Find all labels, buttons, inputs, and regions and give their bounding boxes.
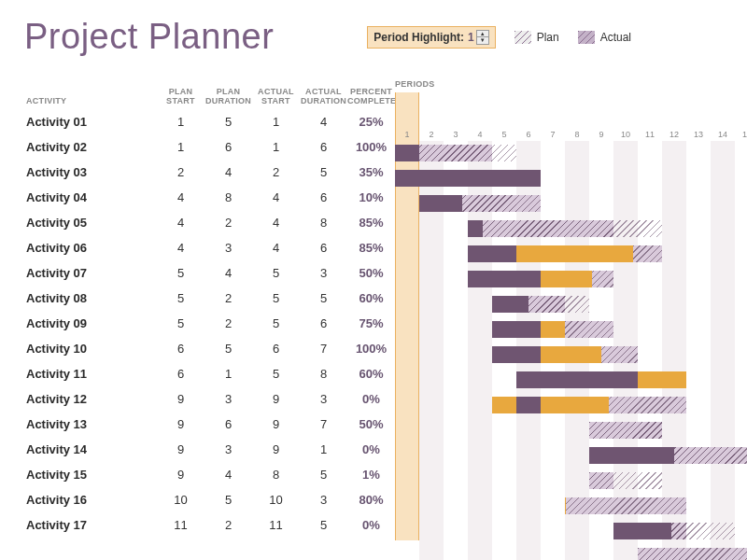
cell-plan-start: 9 [157,442,204,456]
table-row[interactable]: Activity 171121150% [24,512,395,538]
gantt-row [395,166,747,191]
bar-complete-plan [492,346,516,363]
cell-activity: Activity 17 [24,518,157,532]
cell-percent: 50% [347,417,395,431]
gantt-row [395,393,747,418]
period-tick: 2 [419,130,444,139]
cell-actual-start: 5 [252,266,300,280]
spinner-up-icon[interactable]: ▲ [477,31,488,37]
table-row[interactable]: Activity 106567100% [24,336,395,361]
cell-plan-start: 4 [157,216,204,230]
table-row[interactable]: Activity 1610510380% [24,487,395,512]
cell-plan-start: 5 [157,316,204,330]
legend-actual-swatch [578,31,595,44]
cell-activity: Activity 10 [24,342,157,356]
period-tick: 10 [613,130,638,139]
cell-activity: Activity 12 [24,392,157,406]
cell-activity: Activity 02 [24,140,157,154]
cell-plan-duration: 6 [204,417,252,431]
period-tick: 13 [686,130,711,139]
table-row[interactable]: Activity 09525675% [24,311,395,336]
table-row[interactable]: Activity 06434685% [24,235,395,260]
table-row[interactable]: Activity 07545350% [24,260,395,286]
cell-actual-duration: 5 [300,468,347,482]
cell-plan-duration: 4 [204,165,252,179]
cell-percent: 25% [347,115,395,129]
cell-actual-duration: 6 [300,140,347,154]
cell-actual-duration: 8 [300,367,347,381]
bar-complete-plan [444,170,468,187]
cell-percent: 85% [347,241,395,255]
bar-complete-plan [419,195,444,212]
cell-percent: 0% [347,518,395,532]
cell-percent: 80% [347,493,395,507]
cell-plan-start: 10 [157,493,204,507]
bar-complete-plan [444,195,462,212]
cell-actual-start: 9 [252,417,300,431]
bar-complete-plan [516,170,541,187]
cell-actual-duration: 3 [300,392,347,406]
table-row[interactable]: Activity 1493910% [24,437,395,462]
gantt-row [395,191,747,217]
cell-actual-start: 8 [252,468,300,482]
gantt-row [395,242,747,267]
table-row[interactable]: Activity 1594851% [24,462,395,487]
cell-actual-duration: 7 [300,417,347,431]
cell-actual-duration: 5 [300,518,347,532]
table-row[interactable]: Activity 021616100% [24,134,395,160]
table-row[interactable]: Activity 11615860% [24,361,395,386]
bar-complete-over [589,346,601,363]
cell-actual-start: 1 [252,140,300,154]
bar-complete-over [565,245,589,262]
cell-plan-duration: 2 [204,216,252,230]
bar-complete-plan [492,321,516,338]
cell-actual-duration: 4 [300,115,347,129]
gantt-row [395,519,747,544]
bar-complete-plan [419,170,444,187]
period-highlight-value: 1 [468,31,474,44]
bar-complete-plan [662,447,674,464]
bar-actual [589,472,613,489]
table-row[interactable]: Activity 13969750% [24,412,395,437]
cell-actual-start: 4 [252,241,300,255]
cell-plan-duration: 6 [204,140,252,154]
cell-actual-duration: 5 [300,291,347,305]
table-row[interactable]: Activity 01151425% [24,109,395,134]
table-row[interactable]: Activity 1293930% [24,386,395,412]
bar-actual [468,220,613,237]
table-row[interactable]: Activity 08525560% [24,286,395,311]
spinner-down-icon[interactable]: ▼ [477,37,488,44]
period-highlight-control[interactable]: Period Highlight: 1 ▲ ▼ [367,26,495,49]
gantt-row [395,292,747,317]
cell-activity: Activity 14 [24,442,157,456]
cell-actual-duration: 1 [300,442,347,456]
cell-actual-duration: 8 [300,216,347,230]
cell-plan-duration: 3 [204,241,252,255]
cell-actual-start: 9 [252,442,300,456]
period-tick: 15 [735,130,747,139]
cell-plan-duration: 5 [204,115,252,129]
cell-actual-duration: 6 [300,241,347,255]
cell-actual-start: 6 [252,342,300,356]
period-tick: 9 [589,130,613,139]
bar-complete-over [541,397,565,413]
cell-actual-duration: 3 [300,266,347,280]
bar-complete-plan [468,170,492,187]
col-actual-duration: ACTUAL DURATION [300,87,347,105]
bar-complete-plan [516,397,541,413]
table-row[interactable]: Activity 05424885% [24,210,395,235]
cell-actual-start: 5 [252,367,300,381]
period-tick: 1 [395,130,419,139]
cell-actual-start: 1 [252,115,300,129]
cell-percent: 100% [347,140,395,154]
cell-plan-duration: 3 [204,442,252,456]
period-tick: 12 [662,130,686,139]
cell-plan-start: 6 [157,342,204,356]
cell-activity: Activity 01 [24,115,157,129]
period-highlight-spinner[interactable]: ▲ ▼ [476,30,489,45]
cell-percent: 50% [347,266,395,280]
bar-complete-over [589,397,609,413]
bar-complete-plan [589,447,613,464]
table-row[interactable]: Activity 03242535% [24,160,395,185]
table-row[interactable]: Activity 04484610% [24,185,395,210]
